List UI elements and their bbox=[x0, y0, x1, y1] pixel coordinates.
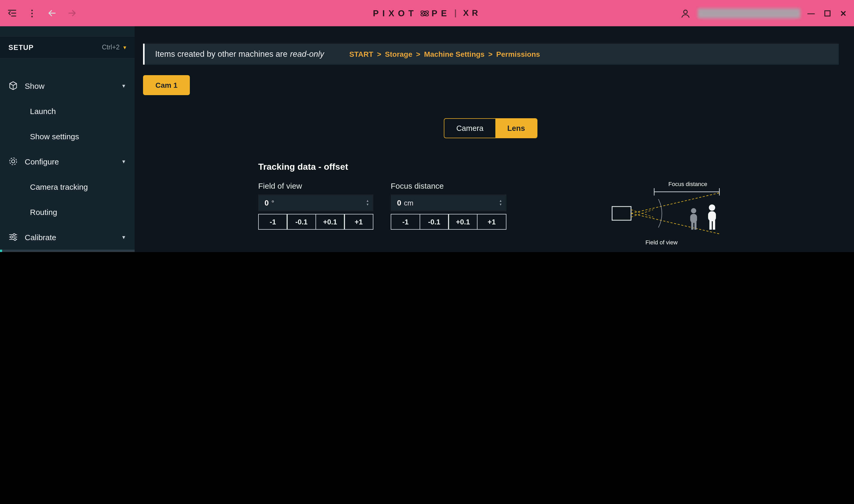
sidebar-item-calibrate[interactable]: Calibrate ▾ bbox=[0, 224, 135, 250]
kebab-menu-icon[interactable]: ⋮ bbox=[26, 7, 38, 19]
user-icon[interactable] bbox=[680, 7, 691, 19]
field-of-view-label: Field of view bbox=[258, 181, 373, 190]
back-arrow-icon[interactable] bbox=[46, 7, 58, 19]
gear-icon bbox=[8, 157, 18, 166]
field-of-view-diagram-label: Field of view bbox=[645, 239, 678, 246]
maximize-button[interactable] bbox=[822, 7, 833, 19]
notice-text: Items created by other machines are bbox=[155, 49, 287, 59]
breadcrumb-permissions[interactable]: Permissions bbox=[496, 50, 540, 58]
spinner: ▲ ▼ bbox=[499, 195, 502, 211]
camera-lens-tabs: Camera Lens bbox=[444, 118, 537, 138]
stepper-minus-0-1-button[interactable]: -0.1 bbox=[287, 214, 316, 230]
sidebar-item-tracking[interactable]: Tracking bbox=[0, 250, 135, 252]
stepper-plus-1-button[interactable]: +1 bbox=[477, 214, 506, 230]
user-email-redacted bbox=[698, 8, 801, 18]
stepper-plus-0-1-button[interactable]: +0.1 bbox=[315, 214, 345, 230]
focus-distance-diagram-label: Focus distance bbox=[668, 181, 707, 187]
spin-down-icon[interactable]: ▼ bbox=[366, 203, 369, 206]
setup-mode-selector[interactable]: SETUP Ctrl+2 ▾ bbox=[0, 37, 135, 58]
collapse-sidebar-icon[interactable] bbox=[6, 7, 18, 19]
minimize-button[interactable]: — bbox=[807, 10, 815, 17]
stepper-group: -1 -0.1 +0.1 +1 bbox=[391, 214, 506, 230]
tracking-offset-title: Tracking data - offset bbox=[258, 162, 348, 173]
chevron-down-icon[interactable]: ▾ bbox=[122, 82, 125, 89]
stepper-minus-0-1-button[interactable]: -0.1 bbox=[419, 214, 449, 230]
close-button[interactable]: ✕ bbox=[840, 9, 847, 17]
sidebar-item-launch[interactable]: Launch bbox=[0, 98, 135, 124]
chevron-down-icon[interactable]: ▾ bbox=[122, 234, 125, 240]
focus-distance-label: Focus distance bbox=[391, 181, 506, 190]
product-label: XR bbox=[463, 8, 481, 18]
breadcrumb-start[interactable]: START bbox=[349, 50, 373, 58]
breadcrumb: START > Storage > Machine Settings > Per… bbox=[349, 50, 540, 58]
field-of-view-input[interactable]: 0 ° ▲ ▼ bbox=[258, 195, 373, 211]
fov-diagram: Focus distance Field of bbox=[608, 180, 732, 250]
pixotope-logo: PIXOT PE XR bbox=[373, 0, 481, 26]
sidebar-nav: Show ▾ Launch Show settings Configure ▾ bbox=[0, 73, 135, 252]
tab-camera[interactable]: Camera bbox=[445, 119, 495, 138]
focus-distance-input[interactable]: 0 cm ▲ ▼ bbox=[391, 195, 506, 211]
atom-icon bbox=[419, 8, 429, 18]
logo-text-left: PIXOT bbox=[373, 8, 417, 18]
sidebar-item-camera-tracking[interactable]: Camera tracking bbox=[0, 174, 135, 199]
sidebar-item-routing[interactable]: Routing bbox=[0, 199, 135, 224]
stepper-group: -1 -0.1 +0.1 +1 bbox=[258, 214, 373, 230]
spin-up-icon[interactable]: ▲ bbox=[366, 200, 369, 202]
stepper-plus-1-button[interactable]: +1 bbox=[344, 214, 373, 230]
stepper-minus-1-button[interactable]: -1 bbox=[258, 214, 287, 230]
readonly-notice: Items created by other machines are read… bbox=[143, 43, 839, 65]
focus-distance-field: Focus distance 0 cm ▲ ▼ -1 -0.1 +0.1 +1 bbox=[391, 181, 506, 230]
app-window: ⋮ PIXOT PE XR bbox=[0, 0, 854, 252]
spinner: ▲ ▼ bbox=[366, 195, 369, 211]
breadcrumb-machine-settings[interactable]: Machine Settings bbox=[424, 50, 485, 58]
main-content: Items created by other machines are read… bbox=[135, 26, 854, 252]
spin-up-icon[interactable]: ▲ bbox=[499, 200, 502, 202]
setup-shortcut: Ctrl+2 bbox=[102, 43, 120, 51]
setup-label: SETUP bbox=[8, 43, 34, 51]
stepper-plus-0-1-button[interactable]: +0.1 bbox=[448, 214, 478, 230]
chevron-down-icon[interactable]: ▾ bbox=[122, 158, 125, 165]
titlebar: ⋮ PIXOT PE XR bbox=[0, 0, 854, 26]
person-white-icon bbox=[708, 204, 716, 230]
show-icon bbox=[8, 81, 18, 90]
forward-arrow-icon[interactable] bbox=[66, 7, 78, 19]
cam-1-button[interactable]: Cam 1 bbox=[143, 75, 190, 95]
sidebar-item-show[interactable]: Show ▾ bbox=[0, 73, 135, 98]
breadcrumb-storage[interactable]: Storage bbox=[385, 50, 412, 58]
spin-down-icon[interactable]: ▼ bbox=[499, 203, 502, 206]
logo-text-right: PE bbox=[432, 8, 450, 18]
stepper-minus-1-button[interactable]: -1 bbox=[391, 214, 420, 230]
notice-emphasis: read-only bbox=[290, 49, 324, 59]
logo-divider bbox=[455, 9, 456, 17]
sidebar: SETUP Ctrl+2 ▾ Show ▾ Launch Show settin… bbox=[0, 26, 135, 252]
sliders-icon bbox=[8, 232, 18, 242]
field-of-view-field: Field of view 0 ° ▲ ▼ -1 -0.1 +0.1 +1 bbox=[258, 181, 373, 230]
tab-lens[interactable]: Lens bbox=[495, 119, 537, 138]
chevron-down-icon: ▾ bbox=[123, 44, 126, 51]
sidebar-item-configure[interactable]: Configure ▾ bbox=[0, 149, 135, 174]
sidebar-item-show-settings[interactable]: Show settings bbox=[0, 124, 135, 149]
person-gray-icon bbox=[690, 208, 697, 230]
